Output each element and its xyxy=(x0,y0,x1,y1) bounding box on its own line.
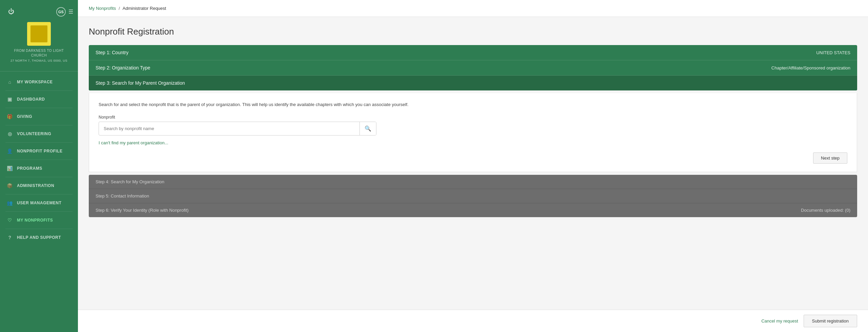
step4-row: Step 4: Search for My Organization xyxy=(89,175,857,189)
active-step-body: Search for and select the nonprofit that… xyxy=(89,93,857,172)
sidebar-item-volunteering[interactable]: ◎ VOLUNTEERING xyxy=(0,127,78,140)
nav-divider xyxy=(5,229,73,229)
completed-steps-panel: Step 1: Country UNITED STATES Step 2: Or… xyxy=(89,45,857,90)
step3-row: Step 3: Search for My Parent Organizatio… xyxy=(89,76,857,90)
step-description: Search for and select the nonprofit that… xyxy=(99,101,847,108)
sidebar-item-label: DASHBOARD xyxy=(17,97,45,102)
admin-icon: 📦 xyxy=(7,183,13,189)
top-bar: My Nonprofits / Administrator Request xyxy=(78,0,868,17)
sidebar-item-help-and-support[interactable]: ? HELP AND SUPPORT xyxy=(0,231,78,244)
sidebar-item-label: MY NONPROFITS xyxy=(17,218,53,223)
sidebar-item-my-nonprofits[interactable]: ♡ MY NONPROFITS xyxy=(0,214,78,227)
nonprofit-search-wrap: 🔍 xyxy=(99,122,376,136)
step3-label: Step 3: Search for My Parent Organizatio… xyxy=(96,80,185,86)
nonprofit-search-input[interactable] xyxy=(99,123,359,134)
nav-divider xyxy=(5,108,73,108)
nav-divider xyxy=(5,211,73,212)
sidebar-item-label: HELP AND SUPPORT xyxy=(17,235,61,240)
search-icon: 🔍 xyxy=(365,126,371,131)
page-title: Nonprofit Registration xyxy=(89,26,857,37)
profile-icon: 👤 xyxy=(7,148,13,154)
submit-registration-button[interactable]: Submit registration xyxy=(804,315,857,327)
step2-row: Step 2: Organization Type Chapter/Affili… xyxy=(89,60,857,76)
sidebar-item-giving[interactable]: 🎁 GIVING xyxy=(0,110,78,123)
volunteer-icon: ◎ xyxy=(7,131,13,137)
breadcrumb-current: Administrator Request xyxy=(123,6,166,11)
step6-label: Step 6: Verify Your Identity (Role with … xyxy=(96,208,189,213)
help-icon: ? xyxy=(7,234,13,241)
sidebar-item-label: PROGRAMS xyxy=(17,166,42,171)
content-area: Nonprofit Registration Step 1: Country U… xyxy=(78,17,868,310)
dashboard-icon: ▣ xyxy=(7,96,13,102)
breadcrumb-link[interactable]: My Nonprofits xyxy=(89,6,116,11)
step1-row: Step 1: Country UNITED STATES xyxy=(89,45,857,60)
nonprofit-field-label: Nonprofit xyxy=(99,115,847,120)
next-step-row: Next step xyxy=(99,152,847,164)
main-content: My Nonprofits / Administrator Request No… xyxy=(78,0,868,332)
heart-icon: ♡ xyxy=(7,217,13,223)
sidebar-item-label: MY WORKSPACE xyxy=(17,80,53,84)
nav-divider xyxy=(5,177,73,177)
sidebar-item-dashboard[interactable]: ▣ DASHBOARD xyxy=(0,93,78,106)
disabled-steps-panel: Step 4: Search for My Organization Step … xyxy=(89,175,857,217)
sidebar-item-my-workspace[interactable]: ⌂ MY WORKSPACE xyxy=(0,76,78,88)
cancel-request-button[interactable]: Cancel my request xyxy=(761,318,798,324)
step2-label: Step 2: Organization Type xyxy=(96,65,150,70)
step6-row: Step 6: Verify Your Identity (Role with … xyxy=(89,203,857,217)
sidebar-nav: ⌂ MY WORKSPACE ▣ DASHBOARD 🎁 GIVING ◎ VO… xyxy=(0,71,78,332)
power-icon[interactable]: ⏻ xyxy=(3,5,20,18)
sidebar: ⏻ GS ☰ FROM DARKNESS TO LIGHT CHURCH 27 … xyxy=(0,0,78,332)
sidebar-item-nonprofit-profile[interactable]: 👤 NONPROFIT PROFILE xyxy=(0,145,78,158)
search-button[interactable]: 🔍 xyxy=(359,122,376,135)
nav-divider xyxy=(5,194,73,194)
sidebar-item-administration[interactable]: 📦 ADMINISTRATION xyxy=(0,179,78,192)
step4-label: Step 4: Search for My Organization xyxy=(96,179,164,184)
sidebar-item-programs[interactable]: 📊 PROGRAMS xyxy=(0,162,78,175)
home-icon: ⌂ xyxy=(7,79,13,85)
breadcrumb-separator: / xyxy=(119,6,120,11)
hamburger-menu-icon[interactable]: ☰ xyxy=(68,8,73,15)
gift-icon: 🎁 xyxy=(7,113,13,120)
user-initials-badge[interactable]: GS xyxy=(56,7,66,17)
step5-row: Step 5: Contact Information xyxy=(89,189,857,203)
sidebar-item-label: ADMINISTRATION xyxy=(17,183,54,188)
cant-find-link[interactable]: I can't find my parent organization... xyxy=(99,140,168,145)
step1-label: Step 1: Country xyxy=(96,50,128,55)
sidebar-item-label: GIVING xyxy=(17,114,32,119)
nav-divider xyxy=(5,125,73,125)
step5-label: Step 5: Contact Information xyxy=(96,193,149,199)
sidebar-item-label: USER MANAGEMENT xyxy=(17,201,62,205)
step1-value: UNITED STATES xyxy=(816,50,850,55)
step2-value: Chapter/Affiliate/Sponsored organization xyxy=(771,65,850,70)
users-icon: 👥 xyxy=(7,200,13,206)
sidebar-item-label: NONPROFIT PROFILE xyxy=(17,149,63,153)
programs-icon: 📊 xyxy=(7,165,13,171)
nav-divider xyxy=(5,90,73,91)
nav-divider xyxy=(5,160,73,160)
next-step-button[interactable]: Next step xyxy=(813,152,847,164)
nav-divider xyxy=(5,142,73,143)
breadcrumb: My Nonprofits / Administrator Request xyxy=(89,6,166,11)
sidebar-item-label: VOLUNTEERING xyxy=(17,131,51,136)
footer-bar: Cancel my request Submit registration xyxy=(78,310,868,332)
sidebar-item-user-management[interactable]: 👥 USER MANAGEMENT xyxy=(0,196,78,209)
step6-value: Documents uploaded: (0) xyxy=(801,208,850,213)
org-name: FROM DARKNESS TO LIGHT CHURCH 27 NORTH 7… xyxy=(6,48,71,63)
org-logo xyxy=(27,22,51,46)
